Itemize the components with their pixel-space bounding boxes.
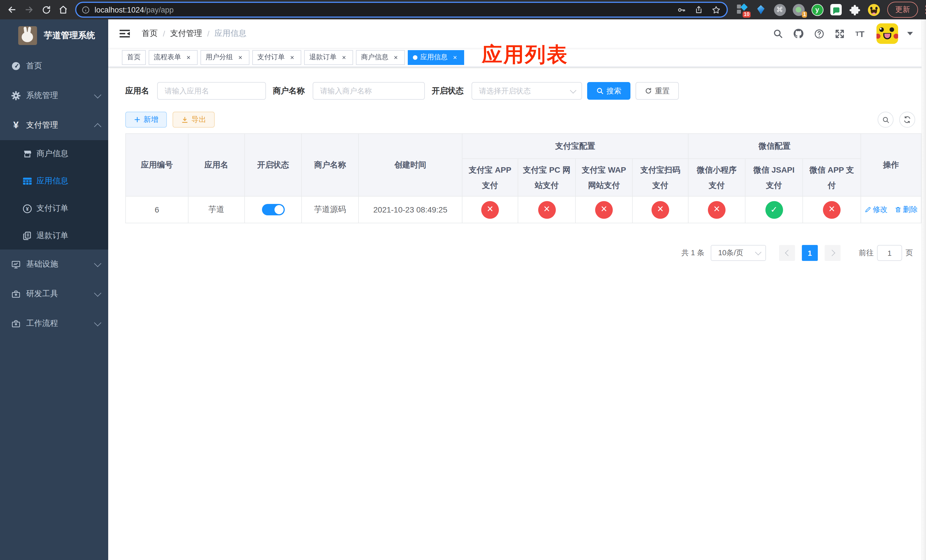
- sidebar-item-dev-tools[interactable]: 研发工具: [0, 279, 108, 309]
- status-select[interactable]: 请选择开启状态: [472, 82, 582, 100]
- col-app-id: 应用编号: [126, 133, 188, 196]
- cell-app-name: 芋道: [188, 196, 245, 223]
- close-icon[interactable]: [288, 53, 296, 61]
- sidebar-item-workflow[interactable]: 工作流程: [0, 309, 108, 338]
- page-number-button[interactable]: 1: [802, 245, 818, 261]
- browser-toolbar: localhost:1024/pay/app 10 ⌘ 1: [0, 0, 926, 20]
- sidebar-item-infrastructure[interactable]: 基础设施: [0, 250, 108, 279]
- sidebar-item-app-info[interactable]: 应用信息: [0, 168, 108, 195]
- home-icon[interactable]: [54, 2, 72, 18]
- tab-home[interactable]: 首页: [122, 50, 146, 65]
- sidebar-collapse-icon[interactable]: [117, 26, 133, 41]
- export-button[interactable]: 导出: [172, 112, 215, 128]
- group-alipay-config: 支付宝配置: [462, 133, 688, 159]
- close-icon[interactable]: [185, 53, 192, 61]
- site-info-icon[interactable]: [82, 5, 90, 14]
- close-icon[interactable]: [236, 53, 244, 61]
- fullscreen-icon[interactable]: [833, 27, 846, 40]
- tab-refund-orders[interactable]: 退款订单: [304, 50, 353, 65]
- col-wechat-jsapi: 微信 JSAPI 支付: [745, 159, 803, 196]
- cell-created: 2021-10-23 08:49:25: [359, 196, 462, 223]
- yen-circle-icon: ¥: [23, 204, 32, 213]
- close-icon[interactable]: [451, 53, 459, 61]
- edit-link[interactable]: 修改: [864, 204, 888, 215]
- url-bar[interactable]: localhost:1024/pay/app: [75, 2, 728, 18]
- breadcrumb-current: 应用信息: [215, 29, 247, 39]
- browser-update-button[interactable]: 更新: [887, 2, 918, 18]
- forward-icon[interactable]: [21, 2, 38, 18]
- sidebar-item-system[interactable]: 系统管理: [0, 81, 108, 110]
- extension-recorder-icon[interactable]: 1: [792, 3, 805, 16]
- browser-menu-icon[interactable]: [923, 3, 926, 17]
- bookmark-star-icon[interactable]: [711, 5, 721, 15]
- sidebar-logo[interactable]: 芋道管理系统: [0, 20, 108, 51]
- prev-page-button[interactable]: [779, 245, 795, 261]
- tab-merchant-info[interactable]: 商户信息: [356, 50, 405, 65]
- sidebar-item-refund-orders[interactable]: 退款订单: [0, 222, 108, 250]
- sidebar-item-merchant-info[interactable]: 商户信息: [0, 140, 108, 168]
- extension-chat-icon[interactable]: [830, 3, 842, 16]
- breadcrumb-payment[interactable]: 支付管理: [170, 29, 202, 39]
- reset-button[interactable]: 重置: [635, 82, 679, 100]
- extension-puzzle-icon[interactable]: [849, 3, 861, 16]
- alipay-qr-status-icon: [652, 201, 669, 218]
- merchant-name-input[interactable]: 请输入商户名称: [313, 82, 425, 100]
- document-copy-icon: [23, 231, 32, 241]
- share-icon[interactable]: [694, 5, 703, 14]
- extension-kite-icon[interactable]: [755, 3, 767, 16]
- sidebar-item-home[interactable]: 首页: [0, 51, 108, 81]
- extension-grid-icon[interactable]: 10: [736, 3, 748, 16]
- total-count: 共 1 条: [681, 248, 705, 258]
- goto-page-input[interactable]: 1: [877, 245, 902, 261]
- close-icon[interactable]: [392, 53, 400, 61]
- top-navbar: 首页 / 支付管理 / 应用信息: [108, 20, 926, 48]
- pagination: 共 1 条 10条/页 1 前往 1 页: [125, 245, 921, 261]
- back-icon[interactable]: [3, 2, 21, 18]
- search-button[interactable]: 搜索: [587, 82, 631, 100]
- close-icon[interactable]: [340, 53, 348, 61]
- page-scrollbar[interactable]: [921, 20, 926, 560]
- app-name-input[interactable]: 请输入应用名: [157, 82, 266, 100]
- table-toolbar: 新增 导出: [125, 112, 921, 128]
- refresh-table-button[interactable]: [899, 112, 915, 128]
- tab-user-group[interactable]: 用户分组: [200, 50, 250, 65]
- password-key-icon[interactable]: [676, 5, 686, 15]
- tab-pay-orders[interactable]: 支付订单: [252, 50, 301, 65]
- tags-view-bar: 首页 流程表单 用户分组 支付订单 退款订单 商户信息 应用信息: [108, 48, 926, 67]
- breadcrumb-home[interactable]: 首页: [142, 29, 158, 39]
- url-host: localhost:1024: [95, 5, 144, 14]
- col-created: 创建时间: [359, 133, 462, 196]
- page-unit-label: 页: [905, 248, 913, 258]
- add-button[interactable]: 新增: [125, 112, 167, 128]
- svg-text:¥: ¥: [26, 206, 29, 212]
- extension-y-icon[interactable]: y: [811, 3, 823, 16]
- next-page-button[interactable]: [825, 245, 841, 261]
- github-icon[interactable]: [792, 27, 805, 40]
- user-avatar[interactable]: [876, 23, 898, 44]
- reload-icon[interactable]: [38, 2, 54, 18]
- toggle-search-button[interactable]: [878, 112, 894, 128]
- cell-operations: 修改 删除: [861, 196, 921, 223]
- goto-label: 前往: [859, 248, 874, 258]
- extension-icons: 10 ⌘ 1 y: [736, 3, 880, 16]
- tab-process-form[interactable]: 流程表单: [149, 50, 198, 65]
- tab-app-info[interactable]: 应用信息: [408, 50, 464, 65]
- cell-status: [245, 196, 301, 223]
- search-form: 应用名 请输入应用名 商户名称 请输入商户名称 开启状态 请选择开启状态 搜索 …: [125, 82, 921, 100]
- col-app-name: 应用名: [188, 133, 245, 196]
- user-menu-caret-icon[interactable]: [907, 32, 913, 35]
- extension-emoji-icon[interactable]: [867, 3, 880, 16]
- dashboard-icon: [11, 62, 21, 71]
- delete-link[interactable]: 删除: [894, 204, 918, 215]
- header-search-icon[interactable]: [772, 27, 784, 40]
- font-size-icon[interactable]: TT: [854, 27, 866, 40]
- alipay-app-status-icon: [481, 201, 499, 218]
- page-size-select[interactable]: 10条/页: [711, 245, 766, 261]
- help-icon[interactable]: [813, 27, 825, 40]
- sidebar: 芋道管理系统 首页 系统管理 ¥ 支付管理: [0, 20, 108, 560]
- sidebar-item-payment[interactable]: ¥ 支付管理: [0, 110, 108, 140]
- sidebar-item-pay-orders[interactable]: ¥ 支付订单: [0, 195, 108, 222]
- enabled-toggle[interactable]: [262, 204, 284, 215]
- extension-command-icon[interactable]: ⌘: [773, 3, 786, 16]
- col-alipay-pc: 支付宝 PC 网站支付: [518, 159, 575, 196]
